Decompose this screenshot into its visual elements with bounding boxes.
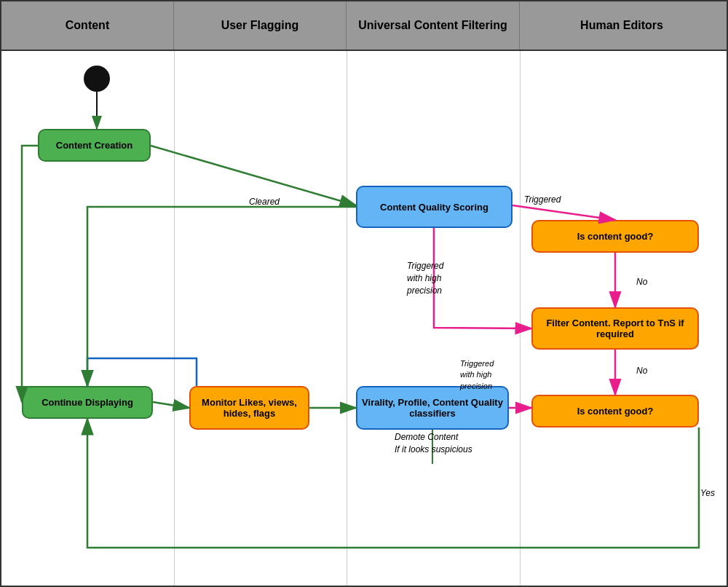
header: Content User Flagging Universal Content … bbox=[1, 1, 727, 51]
header-user-flagging: User Flagging bbox=[174, 1, 347, 50]
triggered-high-precision-label: Triggeredwith highprecision bbox=[407, 260, 443, 296]
header-ucf: Universal Content Filtering bbox=[347, 1, 520, 50]
svg-line-13 bbox=[153, 402, 189, 408]
continue-displaying-node: Continue Displaying bbox=[22, 386, 153, 419]
filter-content-node: Filter Content. Report to TnS if require… bbox=[531, 307, 699, 350]
triggered-label: Triggered bbox=[524, 194, 561, 205]
start-circle bbox=[84, 66, 110, 92]
monitor-likes-node: Monitor Likes, views, hides, flags bbox=[189, 386, 309, 430]
col-divider-1 bbox=[174, 51, 175, 586]
header-content: Content bbox=[1, 1, 174, 50]
is-content-good-2-node: Is content good? bbox=[531, 395, 699, 428]
no-1-label: No bbox=[636, 277, 647, 287]
cleared-label: Cleared bbox=[249, 197, 280, 207]
is-content-good-1-node: Is content good? bbox=[531, 220, 699, 253]
no-2-label: No bbox=[636, 366, 647, 376]
arrows-svg bbox=[1, 1, 727, 586]
header-human-editors: Human Editors bbox=[520, 1, 724, 50]
yes-label: Yes bbox=[700, 488, 715, 498]
triggered-high-precision-2-label: Triggeredwith highprecision bbox=[460, 358, 494, 392]
content-creation-node: Content Creation bbox=[38, 129, 151, 162]
virality-node: Virality, Profile, Content Quality class… bbox=[356, 386, 509, 430]
col-divider-3 bbox=[520, 51, 521, 586]
content-quality-scoring-node: Content Quality Scoring bbox=[356, 186, 513, 228]
svg-line-8 bbox=[513, 205, 615, 220]
col-divider-2 bbox=[347, 51, 347, 586]
demote-content-label: Demote ContentIf it looks suspicious bbox=[395, 431, 472, 456]
diagram-container: Content User Flagging Universal Content … bbox=[0, 0, 728, 587]
